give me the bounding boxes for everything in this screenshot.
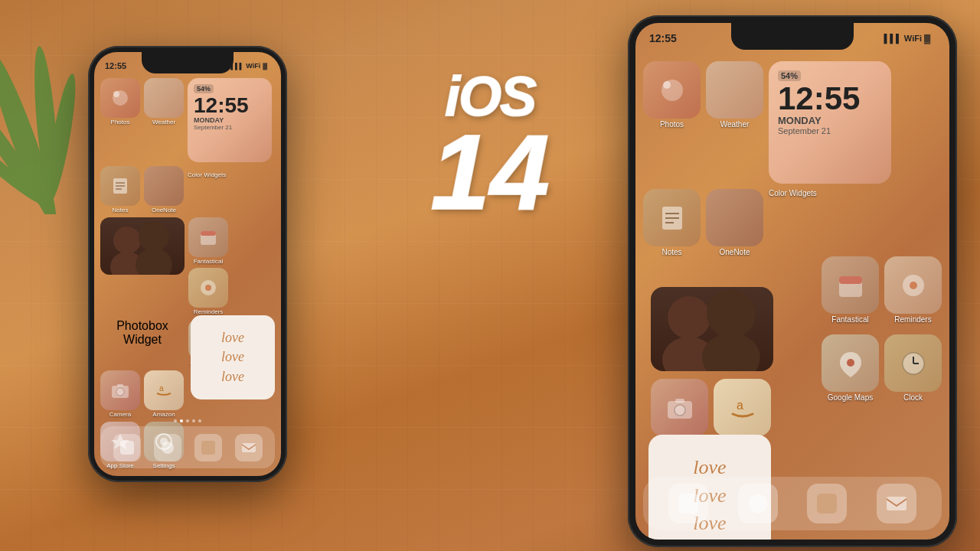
app-clock-right-label: Clock	[903, 393, 923, 402]
phone-right: 12:55 ▌▌▌ WiFi ▓ Photos Weather	[628, 15, 957, 547]
phone-right-screen: 12:55 ▌▌▌ WiFi ▓ Photos Weather	[635, 23, 949, 540]
phone-left-row2: Notes OneNote Color Widgets	[100, 166, 275, 214]
svg-rect-20	[201, 231, 216, 236]
phone-left-row5: Camera a Amazon lovelovelove	[100, 370, 275, 418]
app-fantastical-right[interactable]: Fantastical	[822, 256, 879, 324]
app-notes-right[interactable]: Notes	[643, 189, 701, 256]
svg-point-38	[663, 81, 671, 89]
svg-point-56	[675, 405, 685, 416]
signal-icon-right: ▌▌▌	[884, 34, 901, 43]
app-notes-left[interactable]: Notes	[100, 166, 140, 214]
dock-phone-left[interactable]	[113, 434, 141, 461]
dot-5	[198, 419, 201, 422]
phone-left-content: Photos Weather 54% 12:55 Monday Septembe…	[100, 78, 275, 422]
svg-rect-48	[839, 276, 862, 284]
color-widgets-text-right: Color Widgets	[769, 189, 817, 197]
svg-rect-29	[117, 384, 123, 386]
dot-3	[186, 419, 189, 422]
clock-battery-left: 54%	[194, 84, 214, 93]
ios-title: iOS 14	[430, 69, 550, 220]
app-gmaps-right-label: Google Maps	[828, 393, 873, 402]
clock-day-left: Monday	[194, 116, 266, 124]
svg-point-43	[668, 296, 710, 339]
phone-left-dock	[100, 426, 275, 468]
app-fantastical-left-label: Fantastical	[194, 258, 224, 265]
phone-right-row3: Fantastical Reminders	[822, 256, 942, 324]
dock-photos-right[interactable]	[807, 484, 847, 523]
svg-text:a: a	[737, 399, 743, 412]
svg-point-18	[136, 248, 172, 275]
battery-icon-right: ▓	[924, 34, 930, 43]
phone-right-row1: Photos Weather 54% 12:55 Monday Septembe…	[643, 61, 942, 184]
phone-right-content: Photos Weather 54% 12:55 Monday Septembe…	[643, 61, 942, 478]
wifi-icon-right: WiFi	[904, 34, 922, 43]
svg-point-15	[113, 227, 141, 254]
phone-left-status-icons: ▌▌▌ WiFi ▓	[230, 62, 267, 70]
app-weather-right[interactable]: Weather	[706, 61, 763, 129]
phone-left: 12:55 ▌▌▌ WiFi ▓ Photos Weather	[88, 46, 287, 482]
svg-point-34	[162, 442, 174, 454]
app-weather-left-label: Weather	[152, 119, 175, 126]
phone-left-time: 12:55	[105, 61, 126, 70]
app-photos-left[interactable]: Photos	[100, 78, 140, 126]
svg-point-10	[113, 91, 119, 97]
dock-photos-left[interactable]	[194, 434, 222, 461]
photobox-label-text-left: Photobox Widget	[116, 319, 168, 346]
app-onenote-right-label: OneNote	[719, 248, 750, 256]
svg-point-51	[847, 359, 854, 367]
app-weather-right-label: Weather	[720, 120, 750, 129]
love-widget-left: lovelovelove	[191, 315, 275, 399]
app-photos-right-label: Photos	[660, 120, 684, 129]
clock-day-right: Monday	[778, 115, 882, 126]
dot-4	[192, 419, 195, 422]
battery-icon: ▓	[263, 63, 267, 70]
app-photos-right[interactable]: Photos	[643, 61, 701, 129]
svg-rect-65	[887, 497, 906, 510]
dock-mail-right[interactable]	[877, 484, 916, 523]
clock-time-right: 12:55	[778, 83, 882, 115]
svg-point-45	[707, 289, 756, 338]
app-camera-left-label: Camera	[109, 411, 131, 418]
dock-mail-left[interactable]	[235, 434, 263, 461]
svg-rect-36	[242, 443, 256, 452]
phone-left-page-dots	[94, 419, 281, 422]
phone-right-row4: Google Maps Clock	[822, 334, 942, 402]
app-reminders-right[interactable]: Reminders	[884, 256, 942, 324]
phone-right-dock	[643, 477, 942, 530]
app-camera-left[interactable]: Camera	[100, 370, 140, 418]
clock-time-left: 12:55	[194, 95, 266, 116]
clock-widget-left: 54% 12:55 Monday September 21	[188, 78, 272, 162]
phone-right-notch	[731, 23, 854, 50]
app-gmaps-right[interactable]: Google Maps	[822, 334, 879, 402]
dot-1	[174, 419, 177, 422]
app-clock-right[interactable]: Clock	[884, 334, 942, 402]
app-fantastical-left[interactable]: Fantastical	[188, 217, 228, 265]
app-weather-left[interactable]: Weather	[144, 78, 184, 126]
app-onenote-right[interactable]: OneNote	[706, 189, 763, 256]
love-text-left: lovelovelove	[221, 328, 244, 386]
app-reminders-left[interactable]: Reminders	[188, 268, 228, 315]
clock-battery-right: 54%	[778, 70, 801, 81]
svg-rect-62	[678, 494, 698, 514]
svg-rect-33	[120, 441, 134, 455]
dock-safari-right[interactable]	[738, 484, 778, 523]
svg-point-17	[139, 221, 169, 252]
svg-text:a: a	[159, 384, 164, 393]
app-reminders-right-label: Reminders	[894, 315, 931, 324]
svg-point-46	[702, 333, 760, 371]
svg-point-63	[749, 494, 767, 513]
phone-right-right-col: Fantastical Reminders Google Map	[822, 256, 942, 407]
dock-safari-left[interactable]	[154, 434, 181, 461]
clock-widget-right: 54% 12:55 Monday September 21	[769, 61, 891, 184]
app-onenote-left[interactable]: OneNote	[144, 166, 184, 214]
dock-phone-right[interactable]	[668, 484, 708, 523]
phone-right-row2: Notes OneNote Color Widgets	[643, 189, 942, 256]
wifi-icon: WiFi	[246, 62, 260, 70]
app-notes-right-label: Notes	[662, 248, 681, 256]
phone-left-row1: Photos Weather 54% 12:55 Monday Septembe…	[100, 78, 275, 162]
app-reminders-left-label: Reminders	[194, 308, 224, 315]
app-amazon-left-label: Amazon	[152, 411, 175, 418]
right-col-left: Fantastical Reminders	[188, 217, 228, 315]
app-notes-left-label: Notes	[113, 207, 129, 214]
app-amazon-left[interactable]: a Amazon	[144, 370, 184, 418]
